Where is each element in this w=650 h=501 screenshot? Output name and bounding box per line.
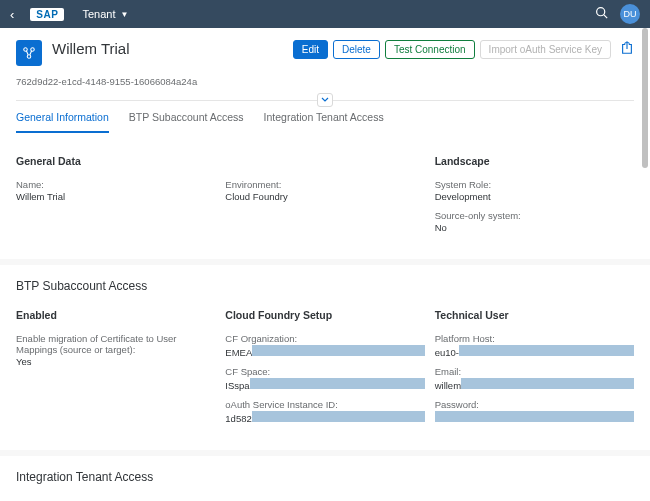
svg-line-5 — [26, 51, 28, 55]
value-email: willem — [435, 378, 634, 391]
redacted-block — [252, 411, 425, 422]
label-environment: Environment: — [225, 179, 424, 190]
label-platform-host: Platform Host: — [435, 333, 634, 344]
delete-button[interactable]: Delete — [333, 40, 380, 59]
label-password: Password: — [435, 399, 634, 410]
redacted-block — [461, 378, 634, 389]
tab-general-information[interactable]: General Information — [16, 111, 109, 133]
label-oauth-instance: oAuth Service Instance ID: — [225, 399, 424, 410]
redacted-block — [250, 378, 425, 389]
group-cf-setup: Cloud Foundry Setup — [225, 309, 424, 321]
content-area: General Data Name: Willem Trial . Enviro… — [0, 133, 650, 501]
chevron-down-icon: ▼ — [120, 10, 128, 19]
label-cf-space: CF Space: — [225, 366, 424, 377]
tenant-label: Tenant — [82, 8, 115, 20]
sap-logo: SAP — [30, 8, 64, 21]
label-name: Name: — [16, 179, 215, 190]
test-connection-button[interactable]: Test Connection — [385, 40, 475, 59]
share-icon[interactable] — [620, 41, 634, 58]
label-cf-org: CF Organization: — [225, 333, 424, 344]
tab-integration-tenant-access[interactable]: Integration Tenant Access — [264, 111, 384, 133]
value-cf-org: EMEA — [225, 345, 424, 358]
value-source-only: No — [435, 222, 634, 233]
label-email: Email: — [435, 366, 634, 377]
tab-btp-subaccount-access[interactable]: BTP Subaccount Access — [129, 111, 244, 133]
svg-line-1 — [604, 15, 607, 18]
redacted-block — [435, 411, 634, 422]
header-separator — [16, 93, 634, 107]
label-source-only: Source-only system: — [435, 210, 634, 221]
edit-button[interactable]: Edit — [293, 40, 328, 59]
value-password — [435, 411, 634, 422]
tenant-icon — [16, 40, 42, 66]
group-general-data: General Data — [16, 155, 215, 167]
tab-bar: General Information BTP Subaccount Acces… — [16, 107, 634, 133]
section-general-information: General Data Name: Willem Trial . Enviro… — [0, 133, 650, 259]
tenant-dropdown[interactable]: Tenant ▼ — [82, 8, 128, 20]
redacted-block — [252, 345, 424, 356]
user-avatar[interactable]: DU — [620, 4, 640, 24]
value-cf-space: ISspa — [225, 378, 424, 391]
search-icon[interactable] — [595, 6, 608, 22]
header-actions: Edit Delete Test Connection Import oAuth… — [293, 40, 634, 59]
value-environment: Cloud Foundry — [225, 191, 424, 202]
svg-point-0 — [597, 8, 605, 16]
value-name: Willem Trial — [16, 191, 215, 202]
group-enabled: Enabled — [16, 309, 215, 321]
svg-line-6 — [30, 51, 32, 55]
label-migration: Enable migration of Certificate to User … — [16, 333, 215, 355]
scrollbar[interactable] — [642, 28, 648, 168]
redacted-block — [459, 345, 634, 356]
shell-header: ‹ SAP Tenant ▼ DU — [0, 0, 650, 28]
section-integration-tenant: Integration Tenant Access Integration Te… — [0, 456, 650, 501]
tenant-guid: 762d9d22-e1cd-4148-9155-16066084a24a — [16, 76, 634, 87]
value-platform-host: eu10- — [435, 345, 634, 358]
value-oauth-instance: 1d582 — [225, 411, 424, 424]
page-header: Willem Trial Edit Delete Test Connection… — [0, 28, 650, 133]
page-title: Willem Trial — [52, 40, 130, 57]
svg-point-4 — [27, 55, 31, 59]
group-technical-user: Technical User — [435, 309, 634, 321]
back-button[interactable]: ‹ — [10, 7, 14, 22]
import-oauth-button: Import oAuth Service Key — [480, 40, 611, 59]
value-migration: Yes — [16, 356, 215, 367]
group-landscape: Landscape — [435, 155, 634, 167]
section-title-integration: Integration Tenant Access — [16, 470, 634, 484]
section-btp-subaccount: BTP Subaccount Access Enabled Enable mig… — [0, 265, 650, 450]
label-system-role: System Role: — [435, 179, 634, 190]
section-title-btp: BTP Subaccount Access — [16, 279, 634, 293]
value-system-role: Development — [435, 191, 634, 202]
expand-header-button[interactable] — [317, 93, 333, 107]
